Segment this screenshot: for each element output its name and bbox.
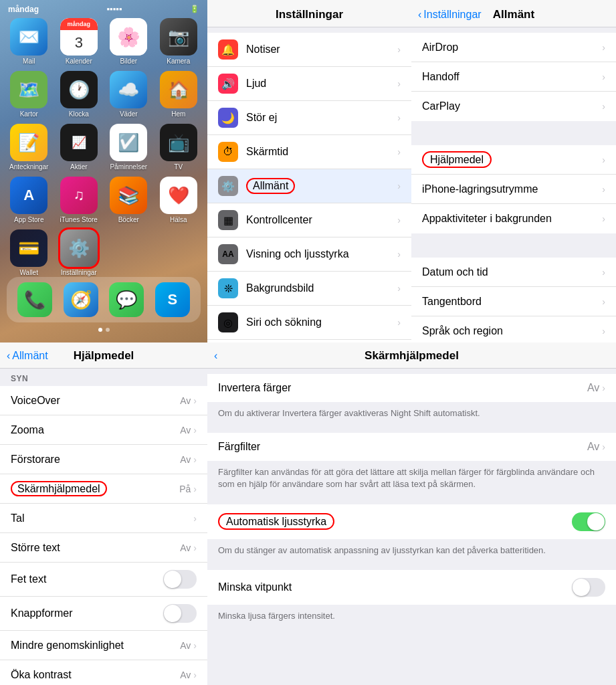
app-hem[interactable]: 🏠 Hem [157,71,201,118]
app-kamera[interactable]: 📷 Kamera [157,18,201,66]
allmant-list: AirDrop › Handoff › CarPlay › [411,33,616,121]
settings-title: Inställningar [218,8,401,21]
app-aktier[interactable]: 📈 Aktier [57,124,102,171]
auto-ljus-section: Automatisk ljusstyrka [207,504,616,539]
app-itunesstore[interactable]: ♫ iTunes Store [57,177,102,224]
knappformer-toggle[interactable] [163,604,197,623]
fettext-toggle[interactable] [163,570,197,589]
app-kartor[interactable]: 🗺️ Kartor [7,71,52,118]
skarm-row-autoljus[interactable]: Automatisk ljusstyrka [207,504,616,539]
hj-row-okakontrast[interactable]: Öka kontrast Av › [0,660,207,685]
app-anteckningar[interactable]: 📝 Anteckningar [7,124,52,171]
allmant-row-hjalpmedel[interactable]: Hjälpmedel › [411,145,616,175]
skarmhjalpmedel-label: Skärmhjälpmedel [11,483,107,495]
dock-meddelanden[interactable]: 💬 [109,282,144,317]
ljud-chevron: › [397,78,401,89]
allmant-row-airdrop[interactable]: AirDrop › [411,33,616,62]
hj-row-storre[interactable]: Större text Av › [0,533,207,563]
app-kalender[interactable]: måndag 3 Kalender [57,18,102,66]
allmant-icon: ⚙️ [218,176,238,196]
tangentbord-chevron: › [602,296,605,307]
hj-row-voiceover[interactable]: VoiceOver Av › [0,386,207,415]
allmant-row-tangentbord[interactable]: Tangentbord › [411,287,616,316]
invertera-chevron: › [602,383,605,393]
knappformer-label: Knappformer [11,607,73,619]
dock: 📞 🧭 💬 S [7,277,201,322]
voiceover-label: VoiceOver [11,395,60,407]
settings-row-notiser[interactable]: 🔔 Notiser › [207,33,411,67]
kontroll-chevron: › [397,215,401,225]
allmant-row-sprak[interactable]: Språk och region › [411,316,616,342]
skarm-row-invertera[interactable]: Invertera färger Av › [207,374,616,402]
app-installningar[interactable]: ⚙️ Inställningar [57,229,102,277]
settings-header: Inställningar [207,0,411,27]
hjalpmedel-list: VoiceOver Av › Zooma Av › Förstorare [0,386,207,685]
settings-row-ljud[interactable]: 🔊 Ljud › [207,67,411,101]
allmant-title: Allmänt [493,8,534,21]
vitpunkt-toggle[interactable] [572,578,605,597]
app-vader[interactable]: ☁️ Väder [106,71,151,118]
allmant-back[interactable]: ‹ Inställningar [418,9,482,21]
genomskinlighet-label: Mindre genomskinlighet [11,640,124,652]
hj-row-tal[interactable]: Tal › [0,504,207,533]
hjalpmedel-chevron: › [602,155,605,165]
app-bocker[interactable]: 📚 Böcker [106,177,151,224]
hj-row-fettext[interactable]: Fet text [0,563,207,597]
zooma-chevron: › [193,425,197,435]
settings-row-kontroll[interactable]: ▦ Kontrollcenter › [207,203,411,237]
skarm-back[interactable]: ‹ [214,350,217,362]
tal-chevron: › [193,513,197,524]
hj-row-forstorare[interactable]: Förstorare Av › [0,445,207,474]
storre-label: Större text [11,542,60,554]
allmant-label: Allmänt [246,178,397,194]
app-klocka[interactable]: 🕐 Klocka [57,71,102,118]
dock-telefon[interactable]: 📞 [17,282,52,317]
invertera-label: Invertera färger [218,382,291,394]
hj-row-skarmhjalpmedel[interactable]: Skärmhjälpmedel På › [0,474,207,504]
settings-row-storej[interactable]: 🌙 Stör ej › [207,101,411,135]
skarm-row-vitpunkt[interactable]: Minska vitpunkt [207,570,616,605]
app-paminnelser[interactable]: ☑️ Påminnelser [106,124,151,171]
vitpunkt-label: Minska vitpunkt [218,581,292,593]
visning-chevron: › [397,249,401,260]
back-chevron-icon: ‹ [418,9,421,21]
allmant-row-datum[interactable]: Datum och tid › [411,258,616,287]
siri-label: Siri och sökning [246,316,397,328]
skarmhjalpmedel-chevron: › [193,484,197,494]
app-halsa[interactable]: ❤️ Hälsa [157,177,201,224]
app-mail[interactable]: ✉️ Mail [7,18,52,66]
settings-row-bakgrund[interactable]: ❊ Bakgrundsbild › [207,272,411,306]
settings-row-visning[interactable]: AA Visning och ljusstyrka › [207,237,411,272]
skarm-panel: ‹ Skärmhjälpmedel Invertera färger Av › … [207,342,616,685]
allmant-row-lagring[interactable]: iPhone-lagringsutrymme › [411,175,616,204]
skarmhjalpmedel-value: På [179,484,191,494]
sprak-chevron: › [602,326,605,336]
settings-row-skarmtid[interactable]: ⏱ Skärmtid › [207,135,411,169]
fargfilter-chevron: › [602,442,605,452]
allmant-row-appaktiviteter[interactable]: Appaktiviteter i bakgrunden › [411,204,616,233]
datum-chevron: › [602,267,605,278]
dock-safari[interactable]: 🧭 [64,282,98,317]
allmant-list2: Hjälpmedel › iPhone-lagringsutrymme › Ap… [411,145,616,233]
app-tv[interactable]: 📺 TV [157,124,201,171]
dock-skype[interactable]: S [155,282,190,317]
settings-row-siri[interactable]: ◎ Siri och sökning › [207,306,411,340]
hj-row-zooma[interactable]: Zooma Av › [0,415,207,445]
app-appstore[interactable]: A App Store [7,177,52,224]
invertera-value: Av [587,382,599,394]
battery-icon: 🔋 [190,5,199,13]
hj-row-knappformer[interactable]: Knappformer [0,597,207,631]
app-bilder[interactable]: 🌸 Bilder [106,18,151,66]
lagring-label: iPhone-lagringsutrymme [422,183,538,195]
hj-back[interactable]: ‹ Allmänt [7,350,48,362]
app-wallet[interactable]: 💳 Wallet [7,229,52,277]
voiceover-value: Av [180,395,191,406]
vitpunkt-note: Minska ljusa färgers intensitet. [207,605,616,630]
autoljus-toggle[interactable] [572,512,605,531]
settings-row-allmant[interactable]: ⚙️ Allmänt › [207,169,411,203]
allmant-row-carplay[interactable]: CarPlay › [411,92,616,121]
allmant-row-handoff[interactable]: Handoff › [411,62,616,92]
hj-row-genomskinlighet[interactable]: Mindre genomskinlighet Av › [0,631,207,660]
skarm-row-fargfilter[interactable]: Färgfilter Av › [207,433,616,461]
allmant-panel: ‹ Inställningar Allmänt AirDrop › Handof… [411,0,616,342]
